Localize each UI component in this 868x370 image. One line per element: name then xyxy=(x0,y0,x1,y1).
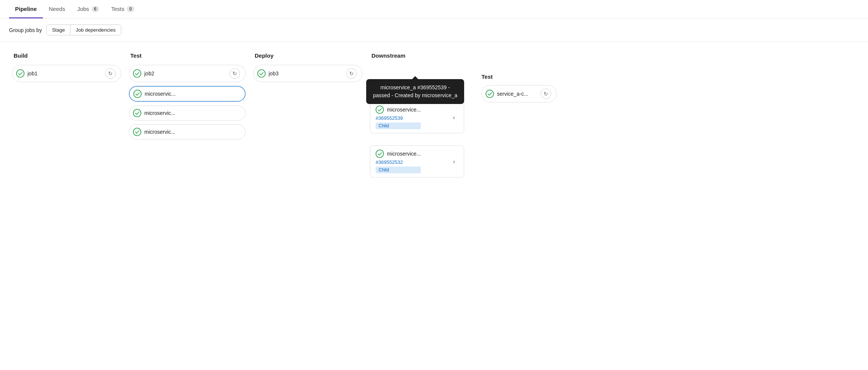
stage-deploy-jobs: job3 ↻ xyxy=(253,65,362,82)
job2-name: job2 xyxy=(144,70,154,76)
stage-test: Test job2 ↻ xyxy=(129,52,253,139)
success-icon-job2 xyxy=(133,69,141,78)
job3-name: job3 xyxy=(269,70,278,76)
ds-card-1[interactable]: microservice... microservice... #3695525… xyxy=(370,84,464,133)
success-icon-job1 xyxy=(16,69,24,78)
success-icon-microservice-c xyxy=(133,128,141,136)
ds-card-2-link[interactable]: #369552532 xyxy=(376,159,421,165)
tab-needs-label: Needs xyxy=(49,6,65,12)
svg-point-1 xyxy=(133,70,141,77)
ds-card-2-badge: Child xyxy=(376,167,421,173)
group-btn-group: Stage Job dependencies xyxy=(46,24,121,35)
job-pill-job3[interactable]: job3 ↻ xyxy=(253,65,362,82)
stage-build: Build job1 ↻ xyxy=(12,52,129,82)
stage-build-jobs: job1 ↻ xyxy=(12,65,121,82)
stage-deploy-header: Deploy xyxy=(253,52,362,59)
job-pill-job2[interactable]: job2 ↻ xyxy=(129,65,246,82)
group-by-stage-button[interactable]: Stage xyxy=(47,25,70,35)
tab-tests-label: Tests xyxy=(111,6,124,12)
ds-card-1-body: microservice... #369552539 Child ‹ xyxy=(370,102,464,133)
microservice-c-name: microservic... xyxy=(144,129,175,135)
tab-pipeline[interactable]: Pipeline xyxy=(9,0,43,18)
tab-jobs[interactable]: Jobs 6 xyxy=(71,0,105,18)
svg-point-8 xyxy=(376,150,384,157)
stage-downstream-header: Downstream xyxy=(370,52,468,59)
job-pill-microservice-a[interactable]: microservic... xyxy=(129,86,246,102)
microservice-a-name: microservic... xyxy=(145,91,176,97)
svg-point-4 xyxy=(133,128,141,136)
group-by-dependencies-button[interactable]: Job dependencies xyxy=(70,25,121,35)
ds-card-1-badge: Child xyxy=(376,122,421,129)
child-job-name: service_a-c... xyxy=(497,91,528,97)
ds-card-1-body-name: microservice... xyxy=(387,107,421,113)
tests-badge: 0 xyxy=(127,6,134,12)
svg-point-3 xyxy=(133,109,141,117)
retry-job3[interactable]: ↻ xyxy=(346,68,357,79)
stage-build-header: Build xyxy=(12,52,121,59)
microservice-b-name: microservic... xyxy=(144,110,175,116)
pipeline-canvas: Build job1 ↻ Test xyxy=(0,42,868,194)
ds-card-1-wrapper: microservice_a #369552539 - passed - Cre… xyxy=(370,65,468,139)
tab-pipeline-label: Pipeline xyxy=(15,6,37,12)
success-icon-ds2 xyxy=(376,150,384,158)
svg-point-9 xyxy=(486,90,494,98)
job-pill-microservice-c[interactable]: microservic... xyxy=(129,124,246,139)
job-pill-job1[interactable]: job1 ↻ xyxy=(12,65,121,82)
ds-card-1-top-name: microservice... xyxy=(387,90,421,96)
ds-card-1-top: microservice... xyxy=(370,84,464,102)
jobs-badge: 6 xyxy=(92,6,99,12)
ds-card-2-name: microservice... xyxy=(387,151,421,157)
svg-point-0 xyxy=(17,70,24,77)
tab-tests[interactable]: Tests 0 xyxy=(105,0,141,18)
ds-card-1-chevron[interactable]: ‹ xyxy=(449,113,458,122)
job1-name: job1 xyxy=(28,70,37,76)
success-icon-ds1-body xyxy=(376,105,384,114)
success-icon-microservice-a xyxy=(133,90,142,98)
ds-card-2-chevron[interactable]: › xyxy=(449,157,458,166)
svg-point-7 xyxy=(376,106,384,113)
svg-point-6 xyxy=(376,89,384,96)
stage-test-header: Test xyxy=(129,52,246,59)
child-job-service-a[interactable]: service_a-c... ↻ xyxy=(481,85,557,102)
stage-deploy: Deploy job3 ↻ xyxy=(253,52,370,82)
stage-downstream: Downstream microservice_a #369552539 - p… xyxy=(370,52,475,183)
retry-job1[interactable]: ↻ xyxy=(105,68,116,79)
retry-job2[interactable]: ↻ xyxy=(229,68,240,79)
group-jobs-label: Group jobs by xyxy=(9,27,42,33)
success-icon-job3 xyxy=(257,69,266,78)
tab-jobs-label: Jobs xyxy=(77,6,89,12)
ds-card-1-link[interactable]: #369552539 xyxy=(376,115,421,121)
ds-card-2[interactable]: microservice... #369552532 Child › xyxy=(370,145,464,177)
success-icon-ds1-top xyxy=(376,89,384,97)
success-icon-child-job xyxy=(486,90,494,98)
job-pill-microservice-b[interactable]: microservic... xyxy=(129,105,246,121)
svg-point-5 xyxy=(258,70,265,77)
tab-needs[interactable]: Needs xyxy=(43,0,71,18)
group-bar: Group jobs by Stage Job dependencies xyxy=(0,18,868,42)
success-icon-microservice-b xyxy=(133,109,141,117)
stage-test-jobs: job2 ↻ microservic... xyxy=(129,65,246,139)
child-stage-header: Test xyxy=(481,73,557,80)
tabs-bar: Pipeline Needs Jobs 6 Tests 0 xyxy=(0,0,868,18)
svg-point-2 xyxy=(134,90,141,98)
retry-child-job[interactable]: ↻ xyxy=(541,89,551,99)
child-panel: Test service_a-c... ↻ xyxy=(481,52,557,102)
ds-card-2-body: microservice... #369552532 Child › xyxy=(370,146,464,177)
